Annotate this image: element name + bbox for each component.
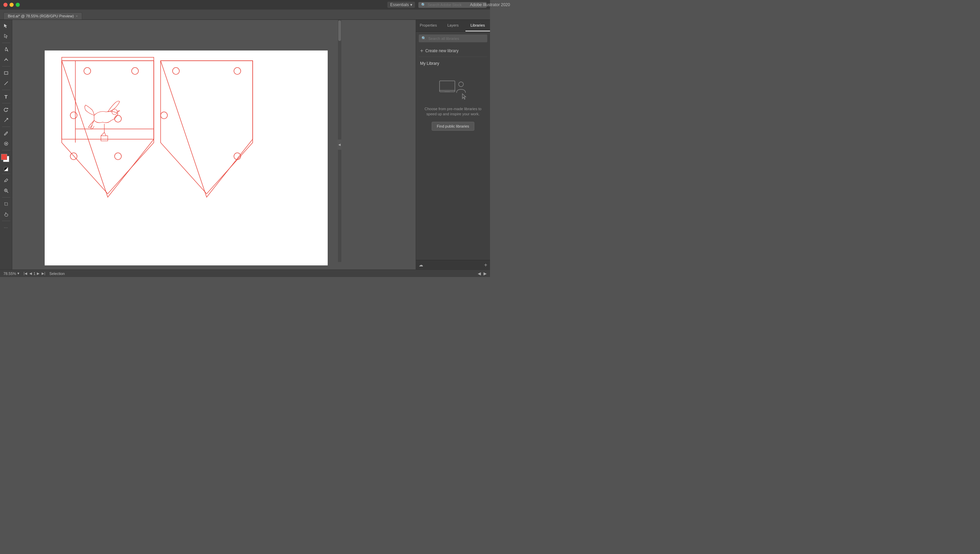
current-page: 1 (33, 272, 35, 275)
svg-point-5 (5, 143, 7, 144)
plus-icon: + (420, 48, 423, 54)
svg-rect-2 (5, 72, 8, 74)
svg-line-3 (5, 81, 8, 85)
rotate-tool[interactable] (2, 105, 11, 115)
prev-page-button[interactable]: ◀ (29, 272, 33, 275)
app-title: Adobe Illustrator 2020 (470, 2, 490, 7)
library-icon-svg (438, 78, 469, 101)
toolbar-divider-6 (2, 150, 10, 150)
toolbar-divider-4 (2, 103, 10, 103)
next-page-button[interactable]: ▶ (36, 272, 40, 275)
tab-close-icon[interactable]: × (76, 14, 78, 18)
workspace-switcher[interactable]: Essentials ▾ (387, 2, 415, 8)
canvas-area: ◀ (12, 20, 416, 269)
create-new-library-button[interactable]: + Create new library (419, 45, 487, 57)
svg-line-8 (7, 191, 8, 193)
selection-tool[interactable] (2, 21, 11, 31)
svg-point-23 (161, 112, 167, 119)
svg-rect-29 (101, 136, 108, 141)
libraries-panel-content: 🔍 + Create new library My Library (416, 32, 490, 260)
tab-filename: Bird.ai* @ 78.55% (RGB/GPU Preview) (8, 14, 74, 18)
zoom-tool[interactable] (2, 186, 11, 196)
svg-rect-30 (439, 81, 455, 92)
blob-brush-tool[interactable] (2, 139, 11, 148)
maximize-button[interactable] (16, 3, 20, 7)
tab-bar: Bird.ai* @ 78.55% (RGB/GPU Preview) × (0, 10, 490, 20)
svg-point-1 (5, 58, 6, 59)
find-public-libraries-button[interactable]: Find public libraries (432, 122, 474, 131)
toolbar-divider-2 (2, 66, 10, 67)
close-button[interactable] (3, 3, 8, 7)
tab-properties[interactable]: Properties (416, 20, 441, 31)
line-tool[interactable] (2, 78, 11, 88)
zoom-value: 78.55% (3, 272, 16, 275)
tab-libraries[interactable]: Libraries (465, 20, 490, 31)
svg-point-33 (459, 82, 463, 87)
workspace-label: Essentials (390, 2, 409, 7)
curvature-tool[interactable] (2, 55, 11, 64)
right-panel: Properties Layers Libraries 🔍 + Create n… (416, 20, 490, 269)
page-navigation: |◀ ◀ 1 ▶ ▶| (23, 272, 46, 275)
direct-selection-tool[interactable] (2, 31, 11, 41)
minimize-button[interactable] (10, 3, 14, 7)
zoom-control[interactable]: 78.55% ▾ (3, 271, 19, 275)
search-icon: 🔍 (421, 3, 426, 7)
last-page-button[interactable]: ▶| (41, 272, 46, 275)
scrollbar-thumb[interactable] (338, 21, 341, 41)
scale-tool[interactable] (2, 115, 11, 125)
title-bar: Adobe Illustrator 2020 Essentials ▾ 🔍 (0, 0, 490, 10)
main-layout: T (0, 20, 490, 269)
artboard-tool[interactable] (2, 199, 11, 209)
toolbar-divider-1 (2, 43, 10, 43)
status-bar-right: ◀ ▶ (478, 271, 487, 276)
library-empty-description: Choose from pre-made libraries to speed … (422, 107, 484, 117)
cloud-icon: ☁ (419, 262, 423, 267)
add-item-icon[interactable]: + (484, 262, 487, 268)
document-tab[interactable]: Bird.ai* @ 78.55% (RGB/GPU Preview) × (3, 12, 82, 19)
type-tool[interactable]: T (2, 92, 11, 101)
artboard (45, 51, 328, 266)
library-illustration (438, 78, 469, 102)
search-icon: 🔍 (422, 36, 426, 41)
artwork-svg (45, 51, 328, 266)
toolbar-divider-8 (2, 197, 10, 197)
panel-bottom-bar: ☁ + (416, 260, 490, 269)
toolbar-divider-7 (2, 174, 10, 174)
panel-collapse-handle[interactable]: ◀ (337, 140, 341, 150)
svg-point-20 (115, 153, 121, 160)
svg-point-16 (132, 68, 138, 74)
chevron-down-icon: ▾ (410, 2, 412, 7)
foreground-color-swatch[interactable] (1, 154, 7, 160)
svg-rect-11 (5, 203, 8, 205)
artboards-nav-left[interactable]: ◀ (478, 271, 481, 276)
fill-stroke-icon[interactable] (4, 167, 8, 171)
toolbar-divider-3 (2, 90, 10, 90)
color-mode-icons (4, 167, 8, 171)
my-library-header[interactable]: My Library (419, 59, 487, 68)
libraries-search-bar[interactable]: 🔍 (419, 35, 487, 42)
hand-tool[interactable] (2, 209, 11, 219)
libraries-search-input[interactable] (428, 37, 485, 41)
more-tools[interactable]: ··· (2, 223, 11, 232)
toolbar: T (0, 20, 12, 269)
svg-line-27 (101, 132, 104, 136)
tab-layers[interactable]: Layers (441, 20, 465, 31)
color-swatches[interactable] (1, 153, 11, 164)
svg-point-17 (70, 112, 77, 119)
zoom-dropdown-icon: ▾ (18, 271, 19, 275)
active-tool-label: Selection (49, 272, 65, 275)
create-new-library-label: Create new library (425, 48, 458, 53)
svg-point-22 (234, 68, 241, 74)
eyedropper-tool[interactable] (2, 176, 11, 185)
artboards-nav-right[interactable]: ▶ (484, 271, 487, 276)
toolbar-divider-5 (2, 127, 10, 127)
paintbrush-tool[interactable] (2, 129, 11, 138)
pen-tool[interactable] (2, 45, 11, 54)
first-page-button[interactable]: |◀ (23, 272, 28, 275)
toolbar-divider-9 (2, 221, 10, 221)
library-empty-state: Choose from pre-made libraries to speed … (419, 71, 487, 137)
svg-line-6 (5, 181, 5, 182)
svg-point-18 (115, 115, 121, 122)
panel-tabs: Properties Layers Libraries (416, 20, 490, 32)
rectangle-tool[interactable] (2, 68, 11, 78)
